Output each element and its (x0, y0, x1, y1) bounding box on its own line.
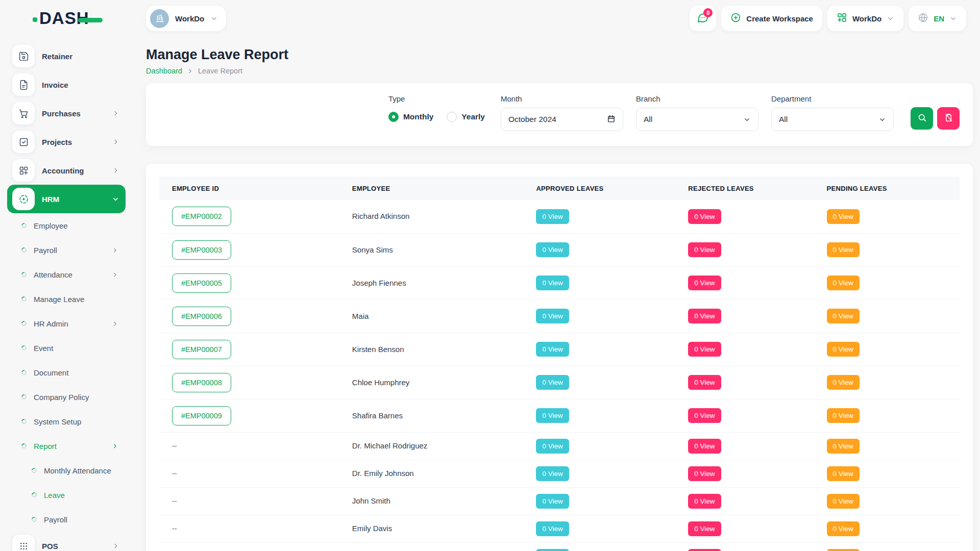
chevron-right-icon (112, 320, 118, 327)
create-workspace-button[interactable]: Create Workspace (721, 6, 822, 31)
building-icon (150, 9, 169, 28)
rejected-leaves-badge[interactable]: 0 View (688, 521, 721, 536)
breadcrumb-dashboard-link[interactable]: Dashboard (146, 67, 182, 75)
sidebar-item-document[interactable]: Document (7, 360, 126, 385)
sidebar-item-invoice[interactable]: Invoice (7, 70, 126, 99)
rejected-leaves-badge[interactable]: 0 View (688, 276, 721, 290)
approved-leaves-badge[interactable]: 0 View (536, 342, 569, 357)
sidebar-item-hrm[interactable]: HRM (7, 185, 126, 213)
pending-leaves-badge[interactable]: 0 View (827, 439, 860, 454)
pending-leaves-badge[interactable]: 0 View (827, 309, 860, 323)
type-label: Type (388, 94, 488, 103)
sidebar-item-manage-leave[interactable]: Manage Leave (7, 287, 126, 311)
sidebar-item-report[interactable]: Report (7, 434, 126, 458)
hrm-icon (12, 188, 35, 210)
sidebar-item-label: Monthly Attendance (44, 466, 118, 475)
employee-id[interactable]: #EMP00008 (172, 373, 231, 392)
rejected-leaves-badge[interactable]: 0 View (688, 242, 721, 257)
rejected-leaves-badge[interactable]: 0 View (688, 209, 721, 224)
workspace-switcher[interactable]: WorkDo (146, 6, 226, 31)
leave-report-card: EMPLOYEE ID EMPLOYEE APPROVED LEAVES REJ… (146, 164, 973, 551)
pending-leaves-badge[interactable]: 0 View (827, 521, 860, 536)
approved-leaves-badge[interactable]: 0 View (536, 375, 569, 390)
pending-leaves-badge[interactable]: 0 View (827, 408, 860, 423)
sidebar-item-leave[interactable]: Leave (7, 483, 126, 507)
chevron-down-icon (887, 15, 894, 22)
employee-id[interactable]: #EMP00005 (172, 273, 231, 293)
sidebar-item-employee[interactable]: Employee (7, 213, 126, 238)
rejected-leaves-badge[interactable]: 0 View (688, 549, 721, 551)
sidebar-item-pos[interactable]: POS (7, 532, 126, 551)
sidebar-item-company-policy[interactable]: Company Policy (7, 385, 126, 409)
notifications-button[interactable]: 0 (690, 6, 716, 31)
approved-leaves-badge[interactable]: 0 View (536, 466, 569, 481)
rejected-leaves-badge[interactable]: 0 View (688, 342, 721, 357)
sidebar-item-event[interactable]: Event (7, 336, 126, 360)
search-button[interactable] (911, 107, 933, 130)
column-employee-id: EMPLOYEE ID (159, 177, 339, 200)
employee-id[interactable]: #EMP00007 (172, 340, 231, 359)
pending-leaves-badge[interactable]: 0 View (827, 242, 860, 257)
breadcrumb: Dashboard Leave Report (146, 67, 973, 75)
rejected-leaves-badge[interactable]: 0 View (688, 309, 721, 323)
sidebar-item-hr-admin[interactable]: HR Admin (7, 311, 126, 336)
rejected-leaves-badge[interactable]: 0 View (688, 408, 721, 423)
approved-leaves-badge[interactable]: 0 View (536, 276, 569, 290)
radio-yearly[interactable]: Yearly (447, 112, 485, 122)
department-select[interactable]: All (771, 108, 894, 131)
approved-leaves-badge[interactable]: 0 View (536, 408, 569, 423)
chevron-down-icon (112, 195, 119, 203)
approved-leaves-badge[interactable]: 0 View (536, 549, 569, 551)
employee-id[interactable]: #EMP00003 (172, 240, 231, 260)
reset-button[interactable] (937, 107, 960, 130)
sidebar-item-system-setup[interactable]: System Setup (7, 409, 126, 434)
sidebar-item-attendance[interactable]: Attendance (7, 262, 126, 287)
sidebar-item-label: Accounting (42, 166, 105, 175)
rejected-leaves-badge[interactable]: 0 View (688, 439, 721, 454)
sidebar-item-projects[interactable]: Projects (7, 128, 126, 156)
approved-leaves-badge[interactable]: 0 View (536, 242, 569, 257)
sidebar-item-label: Report (34, 442, 105, 450)
bullet-icon (20, 393, 28, 400)
sidebar-item-payroll[interactable]: Payroll (7, 238, 126, 262)
language-selector[interactable]: EN (909, 6, 966, 31)
rejected-leaves-badge[interactable]: 0 View (688, 494, 721, 509)
rejected-leaves-badge[interactable]: 0 View (688, 466, 721, 481)
employee-id[interactable]: #EMP00009 (172, 406, 231, 425)
pending-leaves-badge[interactable]: 0 View (827, 342, 860, 357)
rejected-leaves-badge[interactable]: 0 View (688, 375, 721, 390)
radio-monthly[interactable]: Monthly (388, 112, 433, 122)
branch-label: Branch (636, 94, 758, 103)
branch-select[interactable]: All (636, 108, 758, 131)
approved-leaves-badge[interactable]: 0 View (536, 209, 569, 224)
pending-leaves-badge[interactable]: 0 View (827, 375, 860, 390)
employee-id[interactable]: #EMP00006 (172, 307, 231, 326)
pending-leaves-badge[interactable]: 0 View (827, 549, 860, 551)
table-row: #EMP00007 Kirsten Benson 0 View 0 View 0… (159, 333, 960, 366)
approved-leaves-badge[interactable]: 0 View (536, 494, 569, 509)
employee-id[interactable]: #EMP00002 (172, 207, 231, 226)
pending-leaves-badge[interactable]: 0 View (827, 466, 860, 481)
column-pending-leaves: PENDING LEAVES (814, 177, 960, 200)
employee-id: -- (172, 524, 177, 533)
sidebar-item-label: Payroll (44, 515, 118, 524)
approved-leaves-badge[interactable]: 0 View (536, 439, 569, 454)
sidebar-item-monthly-attendance[interactable]: Monthly Attendance (7, 458, 126, 483)
chevron-right-icon (112, 247, 118, 254)
sidebar-item-label: System Setup (34, 417, 118, 426)
sidebar-item-accounting[interactable]: Accounting (7, 156, 126, 185)
app-logo[interactable]: DASH (0, 9, 132, 28)
pending-leaves-badge[interactable]: 0 View (827, 276, 860, 290)
sidebar-item-report-payroll[interactable]: Payroll (7, 507, 126, 532)
month-input[interactable]: October 2024 (501, 108, 623, 131)
sidebar-item-retainer[interactable]: Retainer (7, 42, 126, 70)
approved-leaves-badge[interactable]: 0 View (536, 309, 569, 323)
approved-leaves-badge[interactable]: 0 View (536, 521, 569, 536)
workdo-menu-button[interactable]: WorkDo (827, 6, 903, 31)
sidebar-item-label: Attendance (34, 270, 105, 279)
sidebar-item-purchases[interactable]: Purchases (7, 99, 126, 128)
pending-leaves-badge[interactable]: 0 View (827, 209, 860, 224)
pending-leaves-badge[interactable]: 0 View (827, 494, 860, 509)
logo-dot-icon (33, 17, 37, 22)
chevron-right-icon (112, 271, 118, 278)
